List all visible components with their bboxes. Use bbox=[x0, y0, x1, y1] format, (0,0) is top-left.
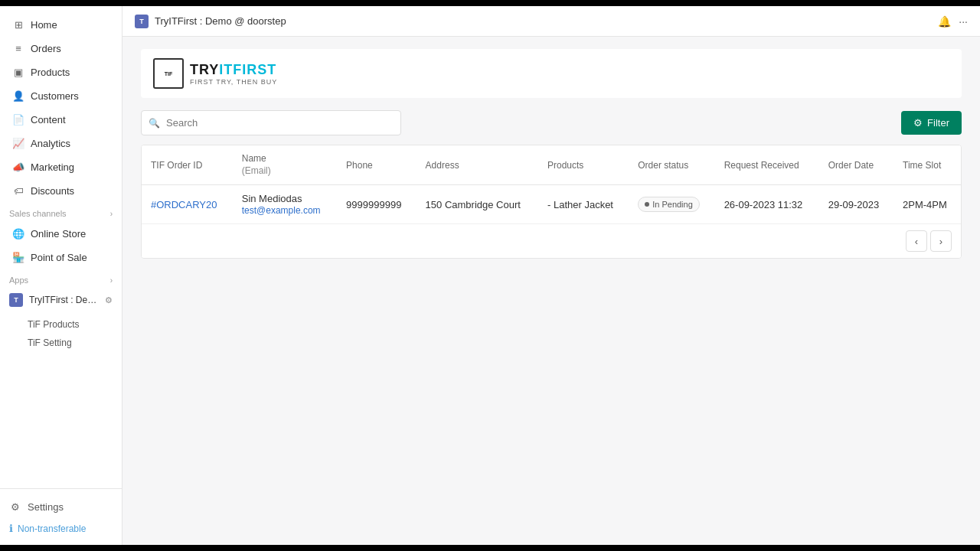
sidebar-item-tif-setting[interactable]: TiF Setting bbox=[0, 334, 122, 352]
sidebar-item-tif-app[interactable]: T TryITFirst : Demo @ d... ⚙ bbox=[0, 288, 122, 312]
home-icon: ⊞ bbox=[12, 18, 24, 31]
filter-button-label: Filter bbox=[927, 117, 949, 129]
sidebar-item-tif-products[interactable]: TiF Products bbox=[0, 315, 122, 334]
table-header: TIF Order ID Name (Email) Phone Address … bbox=[142, 145, 961, 185]
settings-icon: ⚙ bbox=[9, 500, 21, 513]
pos-icon: 🏪 bbox=[12, 251, 24, 263]
customers-icon: 👤 bbox=[12, 90, 24, 102]
logo-area: TIF TRYITFIRST FIRST TRY, THEN BUY bbox=[141, 49, 962, 98]
sidebar-label-orders: Orders bbox=[31, 43, 61, 54]
status-dot bbox=[645, 202, 649, 207]
sidebar-item-point-of-sale[interactable]: 🏪 Point of Sale bbox=[3, 246, 119, 269]
sidebar-label-pos: Point of Sale bbox=[31, 252, 87, 263]
orders-table: TIF Order ID Name (Email) Phone Address … bbox=[142, 145, 961, 223]
sidebar-item-content[interactable]: 📄 Content bbox=[3, 108, 119, 131]
apps-sub-menu: TiF Products TiF Setting bbox=[0, 312, 122, 355]
logo-brand: TRYITFIRST bbox=[190, 62, 277, 78]
sidebar-item-marketing[interactable]: 📣 Marketing bbox=[3, 155, 119, 178]
cell-status: In Pending bbox=[629, 185, 714, 224]
col-order-date: Order Date bbox=[819, 145, 893, 185]
sidebar-label-customers: Customers bbox=[31, 90, 79, 102]
marketing-icon: 📣 bbox=[12, 161, 24, 173]
logo-text: TRYITFIRST FIRST TRY, THEN BUY bbox=[190, 62, 277, 86]
non-transferable-label: Non-transferable bbox=[18, 523, 86, 534]
tif-app-label: TryITFirst : Demo @ d... bbox=[29, 295, 99, 305]
tif-app-icon: T bbox=[9, 293, 23, 307]
apps-section: Apps › bbox=[0, 269, 122, 288]
sidebar-item-online-store[interactable]: 🌐 Online Store bbox=[3, 222, 119, 245]
col-request-received: Request Received bbox=[715, 145, 819, 185]
table-body: #ORDCARY20 Sin Mediodas test@example.com… bbox=[142, 185, 961, 224]
table-row: #ORDCARY20 Sin Mediodas test@example.com… bbox=[142, 185, 961, 224]
topbar: T TryITFirst : Demo @ doorstep 🔔 ··· bbox=[122, 6, 980, 37]
topbar-app-icon: T bbox=[135, 15, 149, 28]
settings-label: Settings bbox=[28, 501, 64, 513]
sidebar-item-settings[interactable]: ⚙ Settings bbox=[0, 495, 122, 518]
sidebar-item-customers[interactable]: 👤 Customers bbox=[3, 84, 119, 107]
prev-page-button[interactable]: ‹ bbox=[906, 230, 927, 252]
logo-brand-black: TRY bbox=[190, 62, 219, 77]
filter-icon: ⚙ bbox=[913, 117, 923, 129]
cell-name: Sin Mediodas test@example.com bbox=[233, 185, 337, 224]
content-icon: 📄 bbox=[12, 113, 24, 126]
sidebar-label-home: Home bbox=[31, 19, 57, 31]
topbar-left: T TryITFirst : Demo @ doorstep bbox=[135, 15, 286, 28]
sales-channels-section: Sales channels › bbox=[0, 203, 122, 221]
search-input[interactable] bbox=[141, 110, 401, 135]
sidebar-item-home[interactable]: ⊞ Home bbox=[3, 13, 119, 36]
logo-tagline: FIRST TRY, THEN BUY bbox=[190, 78, 277, 86]
cell-order-date: 29-09-2023 bbox=[819, 185, 893, 224]
sidebar-nav: ⊞ Home ≡ Orders ▣ Products 👤 Customers 📄 bbox=[0, 12, 122, 488]
sidebar-bottom: ⚙ Settings ℹ Non-transferable bbox=[0, 488, 122, 539]
non-transferable-item[interactable]: ℹ Non-transferable bbox=[0, 518, 122, 539]
order-id-link[interactable]: #ORDCARY20 bbox=[151, 199, 217, 210]
topbar-right: 🔔 ··· bbox=[938, 15, 968, 28]
filter-button[interactable]: ⚙ Filter bbox=[901, 111, 962, 135]
non-transferable-icon: ℹ bbox=[9, 523, 13, 534]
search-wrapper: 🔍 bbox=[141, 110, 401, 135]
sales-channels-arrow[interactable]: › bbox=[110, 210, 113, 218]
logo-container: TIF TRYITFIRST FIRST TRY, THEN BUY bbox=[153, 58, 277, 89]
search-icon: 🔍 bbox=[149, 118, 160, 129]
more-icon[interactable]: ··· bbox=[959, 15, 968, 28]
sidebar-item-orders[interactable]: ≡ Orders bbox=[3, 37, 119, 60]
sidebar-item-analytics[interactable]: 📈 Analytics bbox=[3, 132, 119, 155]
orders-icon: ≡ bbox=[12, 42, 24, 54]
topbar-title: TryITFirst : Demo @ doorstep bbox=[155, 15, 286, 27]
sidebar-item-discounts[interactable]: 🏷 Discounts bbox=[3, 179, 119, 202]
cell-products: - Lather Jacket bbox=[538, 185, 629, 224]
sidebar-label-discounts: Discounts bbox=[31, 185, 74, 197]
col-name: Name (Email) bbox=[233, 145, 337, 185]
customer-name: Sin Mediodas bbox=[242, 193, 328, 204]
sidebar-label-products: Products bbox=[31, 67, 70, 78]
sidebar-label-analytics: Analytics bbox=[31, 138, 70, 149]
logo-icon: TIF bbox=[153, 58, 184, 89]
col-tif-order-id: TIF Order ID bbox=[142, 145, 233, 185]
customer-email-link[interactable]: test@example.com bbox=[242, 205, 321, 216]
logo-brand-cyan: ITFIRST bbox=[219, 62, 276, 77]
status-text: In Pending bbox=[652, 200, 693, 209]
main-area: T TryITFirst : Demo @ doorstep 🔔 ··· TIF bbox=[122, 6, 980, 545]
pagination: ‹ › bbox=[142, 223, 961, 258]
sidebar: ⊞ Home ≡ Orders ▣ Products 👤 Customers 📄 bbox=[0, 6, 122, 545]
bell-icon[interactable]: 🔔 bbox=[938, 15, 951, 28]
online-store-icon: 🌐 bbox=[12, 227, 24, 240]
next-page-button[interactable]: › bbox=[930, 230, 952, 252]
tif-app-gear-icon[interactable]: ⚙ bbox=[105, 295, 113, 305]
apps-label: Apps bbox=[9, 276, 28, 285]
discounts-icon: 🏷 bbox=[12, 184, 24, 197]
cell-request-received: 26-09-2023 11:32 bbox=[715, 185, 819, 224]
cell-time-slot: 2PM-4PM bbox=[893, 185, 961, 224]
filter-bar: 🔍 ⚙ Filter bbox=[141, 110, 962, 135]
col-address: Address bbox=[416, 145, 538, 185]
sidebar-label-content: Content bbox=[31, 114, 66, 126]
col-time-slot: Time Slot bbox=[893, 145, 961, 185]
col-order-status: Order status bbox=[629, 145, 714, 185]
tif-setting-label: TiF Setting bbox=[28, 337, 72, 348]
col-products: Products bbox=[538, 145, 629, 185]
cell-phone: 9999999999 bbox=[337, 185, 416, 224]
sidebar-item-products[interactable]: ▣ Products bbox=[3, 60, 119, 83]
sidebar-label-online-store: Online Store bbox=[31, 228, 86, 240]
apps-arrow[interactable]: › bbox=[110, 276, 113, 285]
status-badge: In Pending bbox=[638, 197, 700, 212]
